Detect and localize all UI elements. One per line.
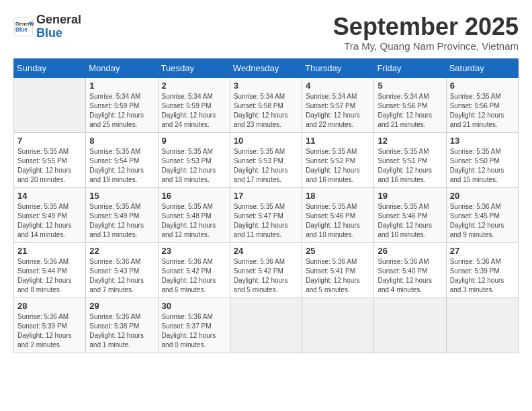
calendar-cell: 30Sunrise: 5:36 AM Sunset: 5:37 PM Dayli… (158, 298, 230, 353)
calendar-cell: 20Sunrise: 5:36 AM Sunset: 5:45 PM Dayli… (446, 187, 518, 242)
day-number: 11 (306, 136, 370, 146)
calendar-cell (446, 298, 518, 353)
day-number: 2 (162, 81, 226, 91)
day-info: Sunrise: 5:36 AM Sunset: 5:45 PM Dayligh… (450, 202, 515, 240)
calendar-cell: 12Sunrise: 5:35 AM Sunset: 5:51 PM Dayli… (374, 132, 446, 187)
calendar-cell: 9Sunrise: 5:35 AM Sunset: 5:53 PM Daylig… (158, 132, 230, 187)
calendar-cell: 29Sunrise: 5:36 AM Sunset: 5:38 PM Dayli… (86, 298, 158, 353)
calendar-cell: 10Sunrise: 5:35 AM Sunset: 5:53 PM Dayli… (230, 132, 302, 187)
day-number: 10 (234, 136, 298, 146)
day-number: 26 (378, 246, 442, 256)
calendar-cell: 25Sunrise: 5:36 AM Sunset: 5:41 PM Dayli… (302, 242, 374, 298)
day-number: 25 (306, 246, 370, 256)
day-info: Sunrise: 5:35 AM Sunset: 5:53 PM Dayligh… (234, 147, 298, 185)
day-info: Sunrise: 5:34 AM Sunset: 5:56 PM Dayligh… (378, 92, 442, 130)
day-number: 19 (378, 191, 442, 201)
day-number: 22 (89, 246, 154, 256)
day-info: Sunrise: 5:36 AM Sunset: 5:39 PM Dayligh… (450, 257, 515, 295)
calendar-cell: 1Sunrise: 5:34 AM Sunset: 5:59 PM Daylig… (86, 77, 158, 132)
calendar-cell: 22Sunrise: 5:36 AM Sunset: 5:43 PM Dayli… (86, 242, 158, 298)
day-number: 3 (234, 81, 298, 91)
weekday-header: Sunday (14, 58, 86, 77)
calendar-cell: 26Sunrise: 5:36 AM Sunset: 5:40 PM Dayli… (374, 242, 446, 298)
day-info: Sunrise: 5:35 AM Sunset: 5:54 PM Dayligh… (89, 147, 154, 185)
day-number: 9 (162, 136, 226, 146)
day-number: 27 (450, 246, 515, 256)
day-info: Sunrise: 5:36 AM Sunset: 5:37 PM Dayligh… (162, 312, 226, 350)
day-info: Sunrise: 5:35 AM Sunset: 5:49 PM Dayligh… (17, 202, 82, 240)
weekday-row: SundayMondayTuesdayWednesdayThursdayFrid… (14, 58, 519, 77)
calendar-body: 1Sunrise: 5:34 AM Sunset: 5:59 PM Daylig… (14, 77, 519, 353)
day-info: Sunrise: 5:35 AM Sunset: 5:47 PM Dayligh… (234, 202, 298, 240)
calendar-cell: 14Sunrise: 5:35 AM Sunset: 5:49 PM Dayli… (14, 187, 86, 242)
weekday-header: Saturday (446, 58, 518, 77)
day-info: Sunrise: 5:35 AM Sunset: 5:56 PM Dayligh… (450, 92, 515, 130)
day-number: 24 (234, 246, 298, 256)
weekday-header: Tuesday (158, 58, 230, 77)
day-info: Sunrise: 5:35 AM Sunset: 5:52 PM Dayligh… (306, 147, 370, 185)
day-info: Sunrise: 5:35 AM Sunset: 5:50 PM Dayligh… (450, 147, 515, 185)
day-number: 7 (17, 136, 82, 146)
calendar-cell: 27Sunrise: 5:36 AM Sunset: 5:39 PM Dayli… (446, 242, 518, 298)
day-info: Sunrise: 5:36 AM Sunset: 5:41 PM Dayligh… (306, 257, 370, 295)
logo-icon: General Blue (13, 17, 34, 37)
logo: General Blue General Blue (13, 13, 81, 40)
day-info: Sunrise: 5:35 AM Sunset: 5:46 PM Dayligh… (306, 202, 370, 240)
calendar-table: SundayMondayTuesdayWednesdayThursdayFrid… (13, 58, 519, 353)
day-number: 15 (89, 191, 154, 201)
day-number: 8 (89, 136, 154, 146)
day-info: Sunrise: 5:36 AM Sunset: 5:40 PM Dayligh… (378, 257, 442, 295)
day-info: Sunrise: 5:35 AM Sunset: 5:46 PM Dayligh… (378, 202, 442, 240)
calendar-cell: 4Sunrise: 5:34 AM Sunset: 5:57 PM Daylig… (302, 77, 374, 132)
month-title: September 2025 (333, 13, 519, 40)
day-info: Sunrise: 5:34 AM Sunset: 5:57 PM Dayligh… (306, 92, 370, 130)
day-number: 6 (450, 81, 515, 91)
day-number: 13 (450, 136, 515, 146)
day-info: Sunrise: 5:34 AM Sunset: 5:58 PM Dayligh… (234, 92, 298, 130)
day-number: 12 (378, 136, 442, 146)
calendar-cell: 23Sunrise: 5:36 AM Sunset: 5:42 PM Dayli… (158, 242, 230, 298)
calendar-cell (374, 298, 446, 353)
calendar-cell: 5Sunrise: 5:34 AM Sunset: 5:56 PM Daylig… (374, 77, 446, 132)
day-info: Sunrise: 5:35 AM Sunset: 5:48 PM Dayligh… (162, 202, 226, 240)
weekday-header: Monday (86, 58, 158, 77)
day-info: Sunrise: 5:36 AM Sunset: 5:44 PM Dayligh… (17, 257, 82, 295)
weekday-header: Friday (374, 58, 446, 77)
calendar-header: SundayMondayTuesdayWednesdayThursdayFrid… (14, 58, 519, 77)
day-info: Sunrise: 5:35 AM Sunset: 5:51 PM Dayligh… (378, 147, 442, 185)
calendar-week-row: 21Sunrise: 5:36 AM Sunset: 5:44 PM Dayli… (14, 242, 519, 298)
day-number: 29 (89, 301, 154, 311)
calendar-cell: 8Sunrise: 5:35 AM Sunset: 5:54 PM Daylig… (86, 132, 158, 187)
calendar-cell: 19Sunrise: 5:35 AM Sunset: 5:46 PM Dayli… (374, 187, 446, 242)
calendar-cell (302, 298, 374, 353)
weekday-header: Wednesday (230, 58, 302, 77)
calendar-cell: 16Sunrise: 5:35 AM Sunset: 5:48 PM Dayli… (158, 187, 230, 242)
calendar-cell: 17Sunrise: 5:35 AM Sunset: 5:47 PM Dayli… (230, 187, 302, 242)
day-info: Sunrise: 5:34 AM Sunset: 5:59 PM Dayligh… (162, 92, 226, 130)
logo-text: General Blue (36, 13, 81, 40)
calendar-week-row: 7Sunrise: 5:35 AM Sunset: 5:55 PM Daylig… (14, 132, 519, 187)
calendar-cell: 3Sunrise: 5:34 AM Sunset: 5:58 PM Daylig… (230, 77, 302, 132)
calendar-cell: 15Sunrise: 5:35 AM Sunset: 5:49 PM Dayli… (86, 187, 158, 242)
calendar-cell: 21Sunrise: 5:36 AM Sunset: 5:44 PM Dayli… (14, 242, 86, 298)
calendar-cell (14, 77, 86, 132)
day-info: Sunrise: 5:36 AM Sunset: 5:38 PM Dayligh… (89, 312, 154, 350)
calendar-cell: 18Sunrise: 5:35 AM Sunset: 5:46 PM Dayli… (302, 187, 374, 242)
calendar-cell: 13Sunrise: 5:35 AM Sunset: 5:50 PM Dayli… (446, 132, 518, 187)
day-number: 18 (306, 191, 370, 201)
calendar-cell: 11Sunrise: 5:35 AM Sunset: 5:52 PM Dayli… (302, 132, 374, 187)
day-info: Sunrise: 5:36 AM Sunset: 5:42 PM Dayligh… (162, 257, 226, 295)
calendar-cell: 7Sunrise: 5:35 AM Sunset: 5:55 PM Daylig… (14, 132, 86, 187)
day-number: 28 (17, 301, 82, 311)
calendar-cell: 2Sunrise: 5:34 AM Sunset: 5:59 PM Daylig… (158, 77, 230, 132)
calendar-cell: 24Sunrise: 5:36 AM Sunset: 5:42 PM Dayli… (230, 242, 302, 298)
day-info: Sunrise: 5:36 AM Sunset: 5:42 PM Dayligh… (234, 257, 298, 295)
calendar-week-row: 28Sunrise: 5:36 AM Sunset: 5:39 PM Dayli… (14, 298, 519, 353)
day-number: 4 (306, 81, 370, 91)
day-number: 20 (450, 191, 515, 201)
day-number: 30 (162, 301, 226, 311)
day-info: Sunrise: 5:36 AM Sunset: 5:43 PM Dayligh… (89, 257, 154, 295)
day-number: 14 (17, 191, 82, 201)
day-number: 21 (17, 246, 82, 256)
day-info: Sunrise: 5:35 AM Sunset: 5:53 PM Dayligh… (162, 147, 226, 185)
